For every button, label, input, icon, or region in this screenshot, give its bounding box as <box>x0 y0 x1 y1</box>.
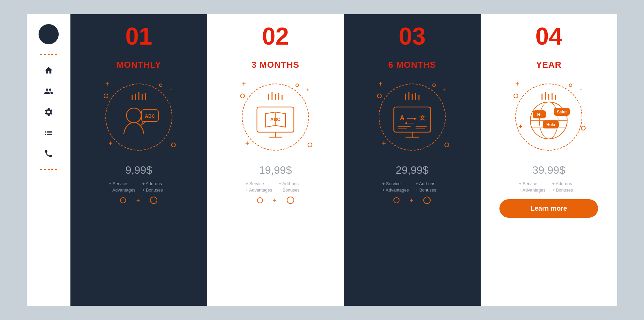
card-3-price: 29,99$ <box>396 164 429 176</box>
card-1-illustration: + + + <box>99 77 179 157</box>
feature-item: + Service <box>109 181 136 186</box>
phone-icon[interactable] <box>43 148 54 159</box>
feature-item: + Bonuses <box>552 188 579 193</box>
decor-circle-12 <box>581 126 586 130</box>
feature-item: + Bonuses <box>416 188 442 193</box>
bottom-plus: + <box>410 197 413 204</box>
decor-circle-5 <box>296 84 299 87</box>
feature-item: + Add-ons <box>552 181 579 186</box>
card-1-price: 9,99$ <box>125 164 152 176</box>
dashed-circle-1 <box>105 84 172 151</box>
decor-plus-6: + <box>245 140 249 147</box>
decor-plus-11: + <box>580 87 582 92</box>
decor-plus-1: + <box>105 80 109 88</box>
decor-plus-3: + <box>109 140 113 147</box>
decor-circle-7 <box>377 94 382 98</box>
feature-item: + Service <box>246 181 272 186</box>
card-2-features: + Service + Add-ons + Advantages + Bonus… <box>246 181 305 193</box>
card-2-number: 02 <box>262 24 289 48</box>
card-3-features: + Service + Add-ons + Advantages + Bonus… <box>382 181 442 193</box>
card-year: 04 YEAR + + + <box>481 14 618 306</box>
card-2-title: 3 MONTHS <box>252 60 299 70</box>
feature-item: + Advantages <box>382 188 409 193</box>
card-4-divider <box>499 54 598 54</box>
avatar <box>39 24 59 44</box>
decor-plus-5: + <box>306 87 309 92</box>
sidebar-divider-2 <box>40 169 57 170</box>
dashed-circle-3 <box>379 84 446 151</box>
decor-circle-6 <box>308 143 312 147</box>
decor-circle-2 <box>159 84 162 87</box>
decor-circle-10 <box>514 94 518 98</box>
decor-circle-3 <box>171 143 176 147</box>
decor-plus-7: + <box>379 80 383 88</box>
feature-item: + Bonuses <box>279 188 305 193</box>
card-1-number: 01 <box>125 24 152 48</box>
feature-item: + Advantages <box>246 188 272 193</box>
card-4-title: YEAR <box>536 60 561 70</box>
decor-circle-1 <box>104 94 108 98</box>
sidebar-divider-1 <box>40 54 57 55</box>
feature-item: + Add-ons <box>142 181 169 186</box>
dashed-circle-4 <box>515 84 582 151</box>
decor-circle-4 <box>240 94 245 98</box>
cards-container: 01 MONTHLY + + + <box>70 14 617 306</box>
decor-circle-8 <box>432 84 436 87</box>
decor-plus-12: + <box>519 123 523 130</box>
dashed-circle-2 <box>242 84 309 151</box>
card-3-number: 03 <box>399 24 426 48</box>
feature-item: + Bonuses <box>142 188 169 193</box>
card-4-price: 39,99$ <box>532 164 565 176</box>
bottom-circle <box>120 197 126 203</box>
feature-item: + Service <box>519 181 545 186</box>
card-1-title: MONTHLY <box>116 60 161 70</box>
card-3-divider <box>363 54 462 54</box>
bottom-plus: + <box>273 197 277 204</box>
decor-circle-9 <box>444 143 449 147</box>
card-3-bottom-decor: + <box>393 197 431 204</box>
card-6months: 03 6 MONTHS + + + <box>344 14 481 306</box>
card-1-features: + Service + Add-ons + Advantages + Bonus… <box>109 181 169 193</box>
card-2-divider <box>226 54 325 54</box>
card-monthly: 01 MONTHLY + + + <box>70 14 207 306</box>
feature-item: + Advantages <box>109 188 136 193</box>
card-1-divider <box>90 54 188 54</box>
card-3-illustration: + + + <box>372 77 452 157</box>
bottom-circle-large <box>287 197 294 204</box>
card-4-illustration: + + + <box>508 77 589 157</box>
decor-circle-11 <box>569 84 572 87</box>
feature-item: + Advantages <box>519 188 545 193</box>
card-4-features: + Service + Add-ons + Advantages + Bonus… <box>519 181 579 193</box>
users-icon[interactable] <box>43 86 54 97</box>
feature-item: + Add-ons <box>279 181 305 186</box>
learn-more-button[interactable]: Learn more <box>499 199 598 218</box>
feature-item: + Service <box>382 181 409 186</box>
home-icon[interactable] <box>43 65 54 76</box>
feature-item: + Add-ons <box>416 181 442 186</box>
card-2-price: 19,99$ <box>259 164 292 176</box>
bottom-circle <box>257 197 263 203</box>
settings-icon[interactable] <box>43 107 54 117</box>
bottom-circle-large <box>150 197 157 204</box>
decor-plus-9: + <box>382 140 386 147</box>
card-4-number: 04 <box>535 24 562 48</box>
list-icon[interactable] <box>43 127 54 138</box>
main-container: 01 MONTHLY + + + <box>27 14 617 306</box>
decor-plus-10: + <box>515 80 519 88</box>
decor-plus-2: + <box>170 87 172 92</box>
card-2-bottom-decor: + <box>257 197 294 204</box>
bottom-plus: + <box>136 197 140 204</box>
card-1-bottom-decor: + <box>120 197 157 204</box>
decor-plus-4: + <box>242 80 246 88</box>
card-3months: 02 3 MONTHS + + + <box>207 14 344 306</box>
decor-plus-8: + <box>443 87 446 92</box>
bottom-circle <box>393 197 399 203</box>
card-2-illustration: + + + <box>235 77 316 157</box>
card-3-title: 6 MONTHS <box>388 60 436 70</box>
bottom-circle-large <box>423 197 431 204</box>
sidebar <box>27 14 70 306</box>
